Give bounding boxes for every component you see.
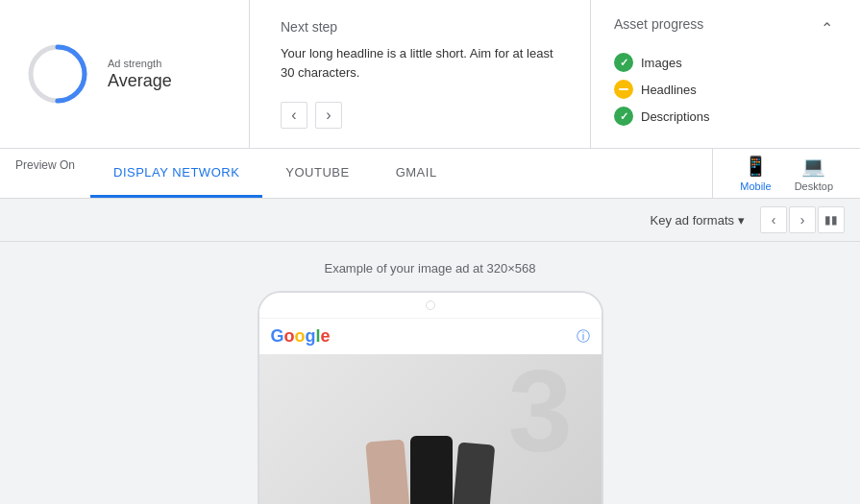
descriptions-check-icon	[614, 107, 633, 126]
preview-on-label: Preview On	[0, 149, 90, 198]
next-step-section: Next step Your long headline is a little…	[250, 0, 591, 148]
phone-silhouette-3	[453, 442, 495, 504]
ad-strength-level: Average	[108, 71, 172, 91]
ad-strength-donut	[23, 39, 92, 108]
key-ad-next-button[interactable]: ›	[789, 206, 816, 233]
asset-headlines-label: Headlines	[641, 83, 697, 97]
asset-descriptions-label: Descriptions	[641, 109, 710, 124]
collapse-button[interactable]: ⌃	[817, 15, 837, 41]
headlines-check-icon	[614, 80, 633, 99]
desktop-label: Desktop	[795, 180, 833, 192]
tab-youtube[interactable]: YOUTUBE	[262, 149, 372, 198]
next-step-title: Next step	[281, 19, 559, 35]
phone-silhouette-2	[410, 436, 453, 504]
next-step-button[interactable]: ›	[315, 102, 342, 129]
phone-camera	[426, 300, 435, 310]
mobile-icon: 📱	[744, 155, 768, 178]
info-icon: ⓘ	[577, 328, 590, 346]
mobile-device-option[interactable]: 📱 Mobile	[728, 149, 782, 198]
desktop-device-option[interactable]: 💻 Desktop	[783, 149, 845, 198]
asset-item-headlines: Headlines	[614, 80, 837, 99]
asset-progress-section: Asset progress ⌃ Images Headlines Descri…	[591, 0, 860, 148]
next-step-message: Your long headline is a little short. Ai…	[281, 44, 559, 90]
mobile-label: Mobile	[740, 180, 771, 192]
asset-progress-header: Asset progress ⌃	[614, 15, 837, 41]
prev-step-button[interactable]: ‹	[281, 102, 307, 129]
asset-progress-title: Asset progress	[614, 16, 703, 32]
ad-strength-section: Ad strength Average	[0, 0, 250, 148]
asset-item-descriptions: Descriptions	[614, 107, 837, 126]
preview-area: Example of your image ad at 320×568 Goog…	[0, 242, 860, 504]
desktop-icon: 💻	[801, 155, 825, 178]
key-ad-prev-button[interactable]: ‹	[760, 206, 787, 233]
dropdown-icon: ▾	[738, 213, 745, 228]
phone-silhouette-1	[365, 439, 409, 504]
key-ad-formats-label: Key ad formats	[651, 213, 734, 228]
key-ad-pause-button[interactable]: ▮▮	[818, 206, 845, 233]
pixel-phones	[368, 436, 493, 504]
ad-content: Google ⓘ 3 Google Pixel 3	[259, 319, 602, 504]
key-ad-formats-button[interactable]: Key ad formats ▾	[643, 209, 752, 231]
asset-images-label: Images	[641, 56, 682, 70]
phone3-image: 3	[259, 354, 602, 504]
images-check-icon	[614, 53, 633, 72]
ad-header: Google ⓘ	[259, 319, 602, 354]
tabs-container: DISPLAY NETWORK YOUTUBE GMAIL	[90, 149, 712, 198]
next-step-nav: ‹ ›	[281, 102, 559, 129]
phone-frame: Google ⓘ 3 Google Pixel 3	[258, 291, 603, 504]
tab-gmail[interactable]: GMAIL	[373, 149, 460, 198]
big-3-numeral: 3	[508, 354, 573, 477]
key-ad-nav: ‹ › ▮▮	[760, 206, 845, 233]
phone-notch	[259, 293, 602, 319]
asset-item-images: Images	[614, 53, 837, 72]
key-ad-formats-bar: Key ad formats ▾ ‹ › ▮▮	[0, 199, 860, 242]
preview-label: Example of your image ad at 320×568	[324, 261, 535, 276]
google-logo: Google	[271, 326, 331, 347]
tab-display-network[interactable]: DISPLAY NETWORK	[90, 149, 262, 198]
preview-tabs-bar: Preview On DISPLAY NETWORK YOUTUBE GMAIL…	[0, 149, 860, 199]
ad-strength-title: Ad strength	[108, 58, 172, 69]
device-section: 📱 Mobile 💻 Desktop	[712, 149, 860, 198]
